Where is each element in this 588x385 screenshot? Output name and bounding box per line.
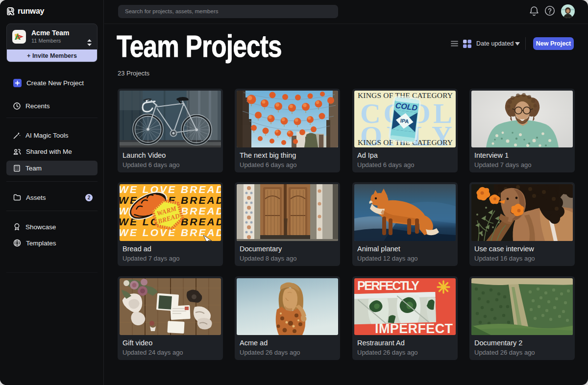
svg-text:IMPERFECT: IMPERFECT [375,321,454,335]
svg-text:IPA: IPA [400,118,409,124]
svg-text:PERFECTLY: PERFECTLY [357,279,421,292]
